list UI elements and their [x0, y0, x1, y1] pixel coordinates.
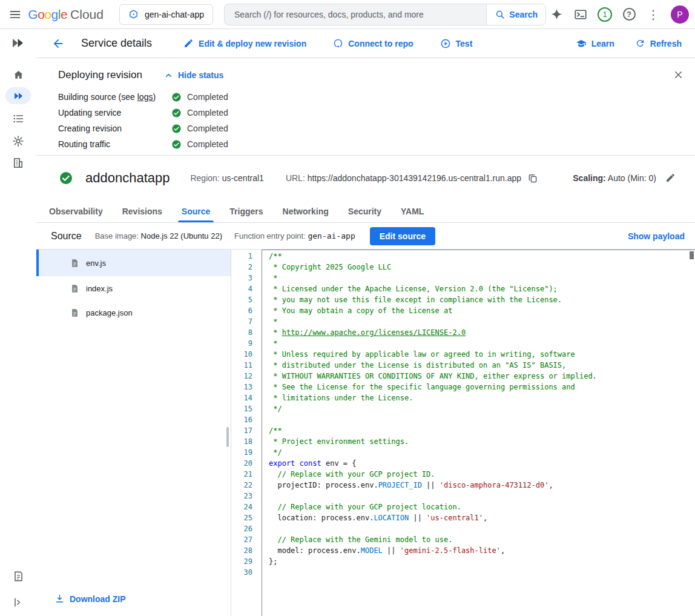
base-image-value: Node.js 22 (Ubuntu 22): [141, 231, 222, 240]
code-line: * Unless required by applicable law or a…: [262, 349, 695, 360]
release-notes-icon: [13, 571, 24, 582]
file-list-scrollbar[interactable]: [226, 427, 229, 447]
edit-deploy-button[interactable]: Edit & deploy new revision: [179, 35, 311, 53]
cloud-shell-button[interactable]: [570, 4, 591, 25]
help-icon: ?: [623, 8, 636, 21]
appbar-actions: Edit & deploy new revision Connect to re…: [179, 35, 477, 53]
code-line: [262, 414, 695, 425]
tab-source[interactable]: Source: [172, 200, 220, 222]
tab-observability[interactable]: Observability: [39, 200, 113, 222]
back-arrow-icon: [51, 37, 65, 50]
main-content: Service details Edit & deploy new revisi…: [36, 29, 695, 616]
code-line: export const env = {: [262, 458, 695, 469]
status-label: Building source (see logs): [58, 92, 171, 102]
search-input[interactable]: [224, 4, 486, 25]
project-selector[interactable]: gen-ai-chat-app: [119, 4, 213, 25]
editor-scrollbar[interactable]: [690, 251, 694, 259]
rail-release-notes-button[interactable]: [7, 568, 29, 585]
download-zip-button[interactable]: Download ZIP: [50, 590, 131, 608]
file-name: package.json: [86, 308, 133, 317]
back-button[interactable]: [46, 31, 70, 56]
notifications-button[interactable]: 1: [595, 4, 615, 25]
line-number: 26: [231, 523, 262, 534]
code-line: /**: [262, 251, 695, 262]
refresh-button[interactable]: Refresh: [630, 35, 687, 53]
status-row: Routing trafficCompleted: [58, 136, 695, 152]
code-line: */: [262, 447, 695, 458]
code-line: [262, 523, 695, 534]
edit-source-button[interactable]: Edit source: [370, 227, 435, 245]
rail-services-button[interactable]: [5, 87, 31, 104]
search-bar: Search: [224, 4, 546, 25]
code-line: *: [262, 338, 695, 349]
service-status-check-icon: [59, 171, 73, 185]
play-circle-icon: [440, 38, 451, 49]
source-toolbar: Source Base image: Node.js 22 (Ubuntu 22…: [36, 223, 695, 250]
account-avatar[interactable]: P: [671, 5, 689, 24]
line-number: 19: [231, 447, 262, 458]
more-vert-icon: ⋮: [647, 8, 659, 21]
deploy-title: Deploying revision: [58, 69, 142, 81]
chevron-up-icon: [164, 71, 173, 80]
check-circle-icon: [171, 124, 182, 134]
check-circle-icon: [171, 92, 182, 102]
rail-worker-pools-button[interactable]: [7, 133, 29, 150]
tab-security[interactable]: Security: [338, 200, 391, 222]
rail-jobs-button[interactable]: [7, 110, 29, 127]
gemini-button[interactable]: [546, 4, 567, 25]
line-number-gutter: 1234567891011121314151617181920212223242…: [231, 250, 262, 616]
code-line: * Project environment settings.: [262, 436, 695, 447]
overflow-menu-button[interactable]: ⋮: [643, 4, 664, 25]
help-button[interactable]: ?: [619, 4, 639, 25]
line-number: 27: [231, 534, 262, 545]
code-line: location: process.env.LOCATION || 'us-ce…: [262, 512, 695, 523]
status-value: Completed: [187, 124, 228, 133]
tab-triggers[interactable]: Triggers: [220, 200, 272, 222]
main-menu-button[interactable]: [5, 2, 25, 27]
line-number: 21: [231, 469, 262, 480]
copy-url-button[interactable]: [524, 169, 542, 187]
edit-scaling-button[interactable]: [661, 169, 679, 187]
tab-networking[interactable]: Networking: [273, 200, 338, 222]
search-button-label: Search: [509, 10, 538, 19]
logs-link[interactable]: logs: [137, 92, 153, 102]
rail-side-panel-toggle-button[interactable]: [7, 594, 29, 611]
entry-point-label: Function entry point:: [234, 231, 306, 240]
tab-yaml[interactable]: YAML: [391, 200, 433, 222]
test-button[interactable]: Test: [435, 35, 478, 53]
project-name: gen-ai-chat-app: [145, 10, 204, 19]
terminal-icon: [574, 8, 587, 21]
code-line: * You may obtain a copy of the License a…: [262, 305, 695, 316]
check-circle-icon: [171, 108, 182, 118]
base-image: Base image: Node.js 22 (Ubuntu 22): [95, 231, 222, 240]
file-item-index.js[interactable]: index.js: [36, 276, 231, 300]
file-item-package.json[interactable]: package.json: [36, 300, 231, 325]
learn-button[interactable]: Learn: [571, 35, 619, 53]
line-number: 1: [231, 251, 262, 262]
close-panel-button[interactable]: [667, 63, 690, 86]
line-number: 9: [231, 338, 262, 349]
code-line: *: [262, 273, 695, 283]
search-icon: [495, 9, 506, 20]
line-number: 12: [231, 371, 262, 382]
left-nav-rail: [0, 29, 36, 616]
line-number: 23: [231, 491, 262, 502]
status-value: Completed: [187, 139, 228, 149]
rail-organization-button[interactable]: [7, 154, 29, 171]
code-editor[interactable]: 1234567891011121314151617181920212223242…: [231, 250, 695, 616]
tab-revisions[interactable]: Revisions: [113, 200, 172, 222]
rail-home-button[interactable]: [7, 66, 29, 83]
line-number: 17: [231, 425, 262, 436]
show-payload-button[interactable]: Show payload: [623, 228, 685, 245]
code-line: // Replace with your GCP project locatio…: [262, 502, 695, 512]
project-icon: [128, 9, 139, 19]
test-label: Test: [456, 39, 473, 48]
file-item-env.js[interactable]: env.js: [36, 250, 231, 276]
service-region: Region: us-central1: [190, 173, 263, 183]
file-icon: [70, 308, 79, 318]
code-line: * See the License for the specific langu…: [262, 382, 695, 392]
file-icon: [70, 258, 79, 268]
search-button[interactable]: Search: [486, 4, 546, 25]
hide-status-button[interactable]: Hide status: [160, 68, 227, 82]
connect-repo-button[interactable]: Connect to repo: [328, 35, 418, 53]
